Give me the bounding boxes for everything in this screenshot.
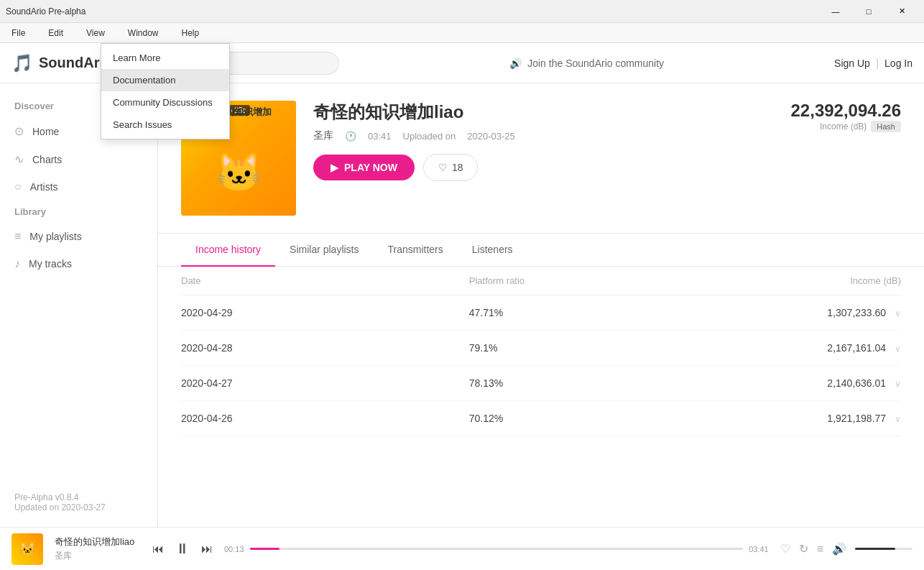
player-thumbnail: 🐱	[11, 533, 43, 565]
menu-view[interactable]: View	[80, 25, 111, 41]
like-count: 18	[452, 162, 463, 173]
prev-button[interactable]: ⏮	[152, 543, 164, 556]
tracks-icon: ♪	[14, 257, 20, 270]
content-area: 🔖 355h 20m 23s 奇怪的知识增加 🐱 奇怪的知识增加liao 圣库 …	[158, 83, 924, 527]
row-income-1: 2,167,161.04 ∨	[757, 342, 901, 354]
main-layout: Discover ⊙ Home ∿ Charts ○ Artists Libra…	[0, 83, 924, 527]
play-label: PLAY NOW	[344, 162, 397, 173]
track-header: 🔖 355h 20m 23s 奇怪的知识增加 🐱 奇怪的知识增加liao 圣库 …	[158, 83, 924, 234]
like-button[interactable]: ♡ 18	[423, 154, 479, 181]
titlebar: SoundArio Pre-alpha — □ ✕	[0, 0, 924, 23]
income-label-text: Income (dB)	[820, 121, 867, 132]
menu-file[interactable]: File	[6, 25, 31, 41]
track-author: 圣库	[313, 129, 333, 142]
row-platform-0: 47.71%	[469, 307, 757, 318]
row-date-0: 2020-04-29	[181, 307, 469, 318]
player-bar: 🐱 奇怪的知识增加liao 圣库 ⏮ ⏸ ⏭ 00:13 03:41 ♡ ↻ ≡…	[0, 527, 924, 570]
sidebar-item-artists[interactable]: ○ Artists	[0, 173, 157, 201]
expand-icon-2: ∨	[895, 379, 901, 389]
menu-help[interactable]: Help	[176, 25, 205, 41]
hash-badge: Hash	[871, 121, 901, 132]
tab-transmitters[interactable]: Transmitters	[374, 234, 458, 267]
playlists-icon: ≡	[14, 230, 21, 243]
artists-icon: ○	[14, 180, 22, 193]
pause-button[interactable]: ⏸	[175, 541, 190, 557]
titlebar-left: SoundArio Pre-alpha	[6, 6, 86, 17]
track-uploaded-date: 2020-03-25	[467, 131, 515, 142]
header-right: Sign Up | Log In	[834, 57, 913, 70]
titlebar-controls: — □ ✕	[819, 0, 918, 23]
track-title: 奇怪的知识增加liao	[313, 101, 774, 124]
help-dropdown: Learn More Documentation Community Discu…	[101, 43, 230, 139]
player-track-info: 奇怪的知识增加liao 圣库	[55, 535, 141, 562]
play-now-button[interactable]: ▶ PLAY NOW	[313, 155, 415, 180]
row-platform-3: 70.12%	[469, 413, 757, 424]
sidebar-item-tracks-label: My tracks	[29, 258, 72, 270]
tab-similar-playlists[interactable]: Similar playlists	[275, 234, 373, 267]
sidebar-item-home-label: Home	[32, 126, 59, 137]
version-text: Pre-Alpha v0.8.4	[14, 492, 106, 502]
sidebar-item-charts-label: Charts	[32, 154, 62, 165]
sidebar-item-charts[interactable]: ∿ Charts	[0, 145, 157, 173]
header-date: Date	[181, 275, 469, 286]
progress-bar-container: 00:13 03:41	[224, 545, 769, 553]
maximize-button[interactable]: □	[852, 0, 885, 23]
home-icon: ⊙	[14, 124, 24, 138]
speaker-icon: 🔊	[509, 58, 522, 69]
menubar: File Edit View Window Help Learn More Do…	[0, 23, 924, 43]
menu-edit[interactable]: Edit	[42, 25, 69, 41]
table-row[interactable]: 2020-04-27 78.13% 2,140,636.01 ∨	[181, 366, 901, 401]
sidebar: Discover ⊙ Home ∿ Charts ○ Artists Libra…	[0, 83, 158, 527]
table-row[interactable]: 2020-04-28 79.1% 2,167,161.04 ∨	[181, 331, 901, 366]
row-date-2: 2020-04-27	[181, 377, 469, 389]
player-progress-area: 00:13 03:41	[224, 545, 769, 553]
track-meta: 圣库 🕐 03:41 Uploaded on 2020-03-25	[313, 129, 774, 142]
tab-listeners[interactable]: Listeners	[458, 234, 527, 267]
header-income: Income (dB)	[757, 275, 901, 286]
sidebar-item-my-playlists[interactable]: ≡ My playlists	[0, 223, 157, 250]
favorite-button[interactable]: ♡	[780, 542, 790, 556]
time-current: 00:13	[224, 545, 244, 553]
volume-bar[interactable]	[855, 548, 913, 550]
row-date-1: 2020-04-28	[181, 342, 469, 354]
close-button[interactable]: ✕	[885, 0, 918, 23]
play-icon: ▶	[331, 162, 338, 173]
cat-emoji: 🐱	[216, 151, 262, 195]
progress-bar[interactable]	[250, 548, 744, 550]
heart-icon: ♡	[438, 162, 448, 173]
volume-button[interactable]: 🔊	[832, 542, 846, 556]
dropdown-learn-more[interactable]: Learn More	[101, 47, 229, 69]
charts-icon: ∿	[14, 152, 24, 166]
table-row[interactable]: 2020-04-29 47.71% 1,307,233.60 ∨	[181, 295, 901, 331]
dropdown-search-issues[interactable]: Search Issues	[101, 114, 229, 136]
player-track-author: 圣库	[55, 550, 141, 562]
sidebar-item-playlists-label: My playlists	[29, 231, 81, 242]
expand-icon-0: ∨	[895, 308, 901, 318]
next-button[interactable]: ⏭	[201, 543, 213, 556]
row-income-0: 1,307,233.60 ∨	[757, 307, 901, 318]
minimize-button[interactable]: —	[819, 0, 852, 23]
menu-window[interactable]: Window	[122, 25, 165, 41]
logo-icon: 🎵	[11, 53, 33, 73]
header-platform: Platform ratio	[469, 275, 757, 286]
sign-up-button[interactable]: Sign Up	[834, 58, 870, 69]
row-platform-1: 79.1%	[469, 342, 757, 354]
sidebar-footer: Pre-Alpha v0.8.4 Updated on 2020-03-27	[0, 484, 120, 521]
row-income-2: 2,140,636.01 ∨	[757, 377, 901, 389]
dropdown-community[interactable]: Community Discussions	[101, 91, 229, 114]
track-uploaded-label: Uploaded on	[403, 131, 456, 142]
community-text: Join the SoundArio community	[527, 58, 664, 69]
track-actions: ▶ PLAY NOW ♡ 18	[313, 154, 774, 181]
sidebar-item-my-tracks[interactable]: ♪ My tracks	[0, 250, 157, 277]
log-in-button[interactable]: Log In	[884, 58, 913, 69]
tab-income-history[interactable]: Income history	[181, 234, 275, 267]
table-row[interactable]: 2020-04-26 70.12% 1,921,198.77 ∨	[181, 401, 901, 436]
queue-button[interactable]: ≡	[817, 543, 823, 556]
track-info: 奇怪的知识增加liao 圣库 🕐 03:41 Uploaded on 2020-…	[313, 101, 774, 181]
logo: 🎵 SoundArio	[11, 53, 112, 73]
dropdown-documentation[interactable]: Documentation	[101, 69, 229, 91]
expand-icon-3: ∨	[895, 414, 901, 424]
repeat-button[interactable]: ↻	[799, 542, 808, 556]
player-right: ♡ ↻ ≡ 🔊	[780, 542, 913, 556]
table-header: Date Platform ratio Income (dB)	[181, 267, 901, 295]
